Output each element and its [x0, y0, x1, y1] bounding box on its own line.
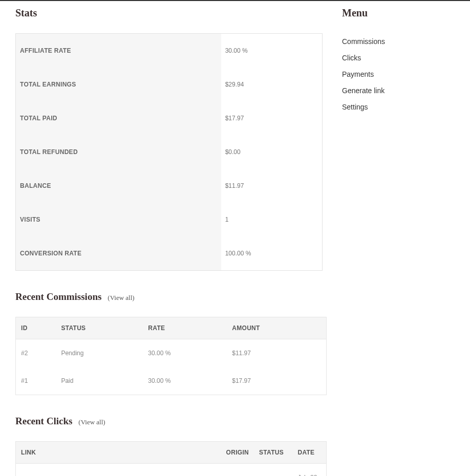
cell-id: #2 [16, 339, 56, 367]
col-id: ID [16, 317, 56, 339]
stat-value: 100.00 % [221, 236, 322, 270]
table-header-row: LINK ORIGIN STATUS DATE [16, 442, 327, 464]
menu-item-commissions[interactable]: Commissions [342, 33, 455, 50]
stat-value: $29.94 [221, 68, 322, 101]
recent-commissions-heading: Recent Commissions [15, 291, 101, 302]
stat-label: CONVERSION RATE [16, 236, 221, 270]
stats-labels-col: AFFILIATE RATE TOTAL EARNINGS TOTAL PAID… [16, 34, 221, 270]
stat-value: $17.97 [221, 101, 322, 135]
view-all-commissions-link[interactable]: (View all) [108, 294, 134, 301]
menu-item-payments[interactable]: Payments [342, 66, 455, 82]
cell-amount: $17.97 [227, 367, 326, 395]
cell-status: Converted [254, 464, 292, 477]
stat-value: 1 [221, 203, 322, 236]
menu-item-clicks[interactable]: Clicks [342, 50, 455, 66]
stat-label: AFFILIATE RATE [16, 34, 221, 68]
main-column: Stats AFFILIATE RATE TOTAL EARNINGS TOTA… [15, 7, 342, 476]
table-row: #1 Paid 30.00 % $17.97 [16, 367, 327, 395]
col-rate: RATE [143, 317, 227, 339]
cell-origin: N/A [221, 464, 254, 477]
stat-label: VISITS [16, 203, 221, 236]
cell-rate: 30.00 % [143, 339, 227, 367]
clicks-table: LINK ORIGIN STATUS DATE http://plugins.y… [15, 441, 327, 476]
cell-status: Pending [56, 339, 143, 367]
menu-item-settings[interactable]: Settings [342, 99, 455, 115]
table-header-row: ID STATUS RATE AMOUNT [16, 317, 327, 339]
stat-label: TOTAL PAID [16, 101, 221, 135]
col-status: STATUS [56, 317, 143, 339]
menu-item-generate-link[interactable]: Generate link [342, 82, 455, 99]
cell-amount: $11.97 [227, 339, 326, 367]
page-container: Stats AFFILIATE RATE TOTAL EARNINGS TOTA… [0, 1, 470, 476]
stat-value: 30.00 % [221, 34, 322, 68]
cell-id: #1 [16, 367, 56, 395]
cell-date: July 22, 2015 [292, 464, 326, 477]
stat-label: TOTAL EARNINGS [16, 68, 221, 101]
stat-label: BALANCE [16, 169, 221, 203]
menu-heading: Menu [342, 7, 455, 19]
cell-rate: 30.00 % [143, 367, 227, 395]
stats-heading: Stats [15, 7, 327, 19]
recent-commissions-heading-row: Recent Commissions (View all) [15, 291, 327, 302]
col-amount: AMOUNT [227, 317, 326, 339]
stat-label: TOTAL REFUNDED [16, 135, 221, 169]
stat-value: $11.97 [221, 169, 322, 203]
commissions-table: ID STATUS RATE AMOUNT #2 Pending 30.00 %… [15, 317, 327, 395]
table-row: #2 Pending 30.00 % $11.97 [16, 339, 327, 367]
view-all-clicks-link[interactable]: (View all) [78, 418, 105, 426]
stat-value: $0.00 [221, 135, 322, 169]
col-status: STATUS [254, 442, 292, 464]
menu-list: Commissions Clicks Payments Generate lin… [342, 33, 455, 115]
recent-clicks-heading: Recent Clicks [15, 416, 72, 426]
sidebar: Menu Commissions Clicks Payments Generat… [342, 7, 455, 476]
stats-table: AFFILIATE RATE TOTAL EARNINGS TOTAL PAID… [15, 33, 323, 271]
table-row: http://plugins.yithemes.com/yith-woocomm… [16, 464, 327, 477]
recent-clicks-heading-row: Recent Clicks (View all) [15, 416, 327, 427]
col-origin: ORIGIN [221, 442, 254, 464]
col-date: DATE [292, 442, 326, 464]
col-link: LINK [16, 442, 221, 464]
stats-values-col: 30.00 % $29.94 $17.97 $0.00 $11.97 1 100… [221, 34, 322, 270]
cell-link: http://plugins.yithemes.com/yith-woocomm… [16, 464, 221, 477]
cell-status: Paid [56, 367, 143, 395]
